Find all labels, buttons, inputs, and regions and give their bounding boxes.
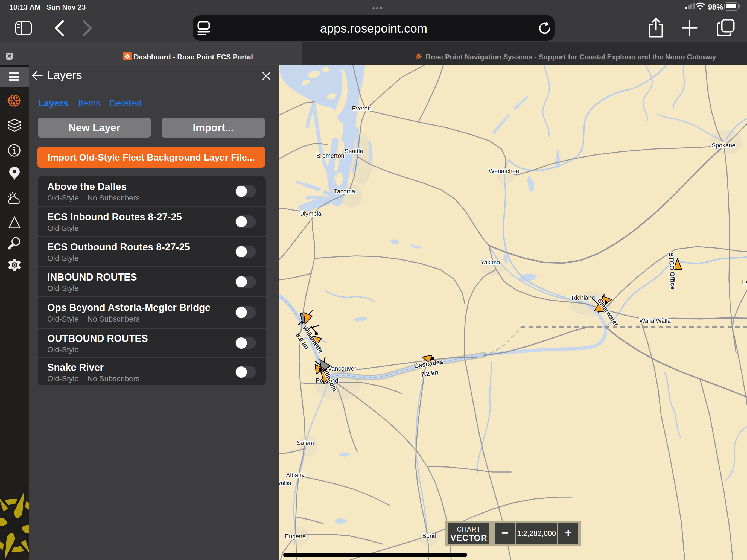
svg-text:Yakima: Yakima [481,259,500,266]
svg-text:Vancouver: Vancouver [328,365,356,372]
svg-text:Tacoma: Tacoma [334,188,355,195]
svg-text:Albany: Albany [286,472,304,479]
svg-text:Walla Walla: Walla Walla [640,317,671,324]
svg-text:Bremerton: Bremerton [316,152,344,159]
svg-text:vallis: vallis [279,480,291,486]
svg-text:Olympia: Olympia [300,210,321,217]
svg-text:7.2 kn: 7.2 kn [420,368,439,378]
svg-text:STCO Office: STCO Office [667,252,676,290]
svg-text:Wenatchee: Wenatchee [489,168,519,175]
svg-text:Spokane: Spokane [712,142,736,149]
svg-text:Seattle: Seattle [344,148,363,154]
svg-text:Bend: Bend [422,532,436,539]
svg-text:Salem: Salem [297,439,314,446]
svg-text:Le: Le [742,279,747,286]
svg-text:Eugene: Eugene [285,533,306,540]
svg-text:Everett: Everett [352,105,371,112]
